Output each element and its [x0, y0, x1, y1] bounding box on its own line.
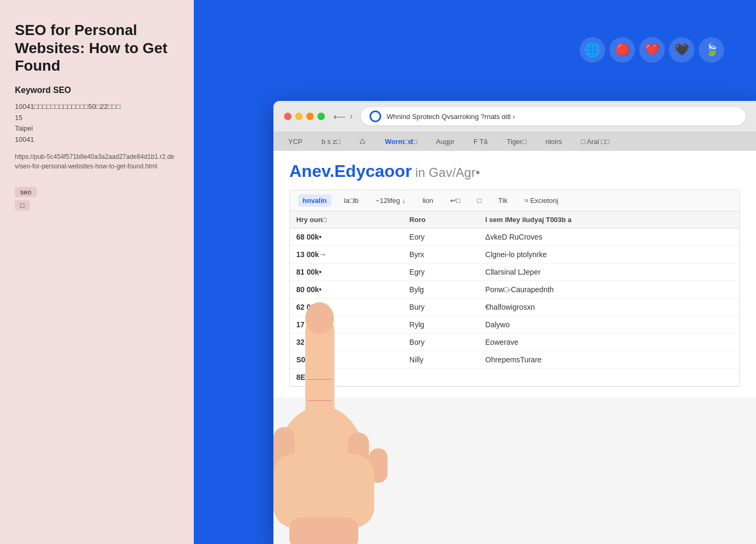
vol-cell: 62 00k• — [290, 299, 403, 316]
table-row[interactable]: 62 00k• Bury €halfowigrosxn — [290, 299, 740, 316]
heading-part3: in Gav/Agr• — [412, 165, 480, 180]
svg-point-0 — [273, 406, 369, 544]
page-url: https://pub-5c454f571b8e40a3a2aad27ade84… — [15, 152, 179, 171]
main-area: 🌐 🔴 ❤️ 🖤 🍃 ⟵ › Whnind Sprotech Qvsarroki… — [194, 0, 756, 544]
page-title: SEO for Personal Websites: How to Get Fo… — [15, 21, 179, 75]
col2-cell: Eowerave — [479, 334, 740, 351]
vol-cell: 8E 00k• — [290, 369, 403, 386]
browser-toolbar: ⟵ › Whnind Sprotech Qvsarroking ?rnats α… — [273, 101, 756, 132]
svg-rect-5 — [369, 448, 388, 483]
tab-aral[interactable]: □ Aral □□ — [577, 135, 614, 148]
browser-tabs-row: YCP b s z□ ♺ Worm□d□ Augpr F Tā Tiger□ n… — [273, 132, 756, 151]
data-table: Hry oun□ Roro I sem IMey iludyaj T003b a… — [290, 211, 740, 386]
col-header-desc: I sem IMey iludyaj T003b a — [479, 211, 740, 228]
vol-cell: 13 00k→ — [290, 246, 403, 264]
col-header-vol: Hry oun□ — [290, 211, 403, 228]
table-toolbar: hnvalin la□lb ~12lifeg ↓ lion ↩□ □ Tlk ≈… — [290, 190, 740, 211]
icon-1: 🌐 — [580, 37, 605, 63]
toolbar-item-1[interactable]: la□lb — [340, 194, 363, 207]
vol-cell: 17 004• — [290, 316, 403, 334]
keyword-label: Keyword SEO — [15, 86, 179, 95]
svg-rect-7 — [273, 454, 374, 528]
data-table-container: hnvalin la□lb ~12lifeg ↓ lion ↩□ □ Tlk ≈… — [289, 190, 740, 387]
traffic-lights — [284, 113, 325, 120]
back-icon[interactable]: ⟵ — [333, 112, 346, 122]
col2-cell: Clgnei-lo ptolynrke — [479, 246, 740, 264]
icon-2: 🔴 — [609, 37, 635, 63]
tab-wormd[interactable]: Worm□d□ — [381, 135, 421, 148]
minimize-button[interactable] — [295, 113, 303, 120]
top-icons: 🌐 🔴 ❤️ 🖤 🍃 — [580, 37, 724, 63]
col1-cell: Bury — [403, 299, 479, 316]
heading-part2: Edycaoor — [334, 162, 412, 181]
toolbar-item-6[interactable]: Tlk — [494, 194, 512, 207]
col2-cell: Cllarsinal LJeper — [479, 264, 740, 281]
toolbar-item-2[interactable]: ~12lifeg ↓ — [372, 194, 410, 207]
tab-tiger[interactable]: Tiger□ — [503, 135, 531, 148]
forward-icon[interactable]: › — [350, 112, 353, 122]
table-row[interactable]: 32 00k• Bory Eowerave — [290, 334, 740, 351]
col2-cell: Ponw□-Caurapednth — [479, 281, 740, 299]
svg-point-6 — [273, 439, 296, 499]
toolbar-item-3[interactable]: lion — [418, 194, 437, 207]
tab-nloirs[interactable]: nloirs — [542, 135, 566, 148]
heading-part1: Anev. — [289, 162, 334, 181]
tag-2: □ — [15, 200, 30, 210]
table-row[interactable]: S0 00k• Nilly OhrepemsTurare — [290, 351, 740, 369]
address-text: Whnind Sprotech Qvsarroking ?rnats αitl … — [386, 113, 737, 121]
toolbar-item-0[interactable]: hnvalin — [298, 194, 331, 207]
col1-cell: Bory — [403, 334, 479, 351]
zoom-button[interactable] — [306, 113, 314, 120]
toolbar-item-4[interactable]: ↩□ — [446, 194, 465, 207]
toolbar-item-7[interactable]: ≈ Excietonj — [520, 194, 563, 207]
col1-cell: Bylg — [403, 281, 479, 299]
col2-cell — [479, 369, 740, 386]
tab-augpr[interactable]: Augpr — [432, 135, 459, 148]
col1-cell: Byrx — [403, 246, 479, 264]
tab-bsz[interactable]: b s z□ — [317, 135, 345, 148]
browser-circle-icon — [370, 110, 381, 122]
col2-cell: OhrepemsTurare — [479, 351, 740, 369]
col-header-roro: Roro — [403, 211, 479, 228]
icon-5: 🍃 — [699, 37, 724, 63]
table-row[interactable]: 80 00k• Bylg Ponw□-Caurapednth — [290, 281, 740, 299]
table-header-row: Hry oun□ Roro I sem IMey iludyaj T003b a — [290, 211, 740, 228]
address-bar[interactable]: Whnind Sprotech Qvsarroking ?rnats αitl … — [361, 107, 745, 125]
tag-seo: seo — [15, 187, 37, 197]
vol-cell: S0 00k• — [290, 351, 403, 369]
close-button[interactable] — [284, 113, 291, 120]
page-heading: Anev.Edycaoor in Gav/Agr• — [289, 162, 740, 181]
svg-rect-4 — [348, 432, 369, 472]
col1-cell: Egry — [403, 264, 479, 281]
vol-cell: 80 00k• — [290, 281, 403, 299]
table-row[interactable]: 68 00k• Eory ΔvkeD RuCroves — [290, 228, 740, 246]
sidebar: SEO for Personal Websites: How to Get Fo… — [0, 0, 194, 544]
browser-content: Anev.Edycaoor in Gav/Agr• hnvalin la□lb … — [273, 151, 756, 397]
svg-rect-3 — [273, 427, 295, 470]
vol-cell: 32 00k• — [290, 334, 403, 351]
icon-4: 🖤 — [669, 37, 694, 63]
tab-ycp[interactable]: YCP — [284, 135, 307, 148]
nav-buttons: ⟵ › — [333, 112, 353, 122]
tab-fta[interactable]: F Tā — [469, 135, 492, 148]
table-row[interactable]: 13 00k→ Byrx Clgnei-lo ptolynrke — [290, 246, 740, 264]
col2-cell: €halfowigrosxn — [479, 299, 740, 316]
table-row[interactable]: 17 004• Rylg Dalywo — [290, 316, 740, 334]
col1-cell: Nilly — [403, 351, 479, 369]
meta-info: 10041□□□□□□□□□□□□□50□22□□□ 15 Taipei 100… — [15, 101, 179, 146]
vol-cell: 68 00k• — [290, 228, 403, 246]
col1-cell: Eory — [403, 228, 479, 246]
vol-cell: 81 00k• — [290, 264, 403, 281]
svg-rect-8 — [289, 517, 358, 544]
icon-3: ❤️ — [639, 37, 665, 63]
toolbar-item-5[interactable]: □ — [473, 194, 486, 207]
col1-cell — [403, 369, 479, 386]
browser-window: ⟵ › Whnind Sprotech Qvsarroking ?rnats α… — [273, 101, 756, 544]
col1-cell: Rylg — [403, 316, 479, 334]
table-row[interactable]: 81 00k• Egry Cllarsinal LJeper — [290, 264, 740, 281]
tab-recycle[interactable]: ♺ — [355, 135, 370, 148]
col2-cell: ΔvkeD RuCroves — [479, 228, 740, 246]
col2-cell: Dalywo — [479, 316, 740, 334]
fullscreen-button[interactable] — [317, 113, 325, 120]
table-row[interactable]: 8E 00k• — [290, 369, 740, 386]
